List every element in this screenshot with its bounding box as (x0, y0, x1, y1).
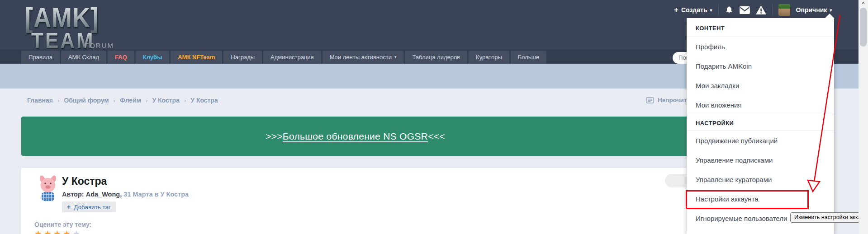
username-label: Опричник (796, 6, 827, 14)
breadcrumb-home[interactable]: Главная (27, 97, 53, 104)
create-button[interactable]: + Создать ▾ (674, 5, 712, 14)
star-icon: ★ (72, 229, 82, 234)
menu-item-manage-curators[interactable]: Управление кураторами (687, 170, 834, 189)
banner-link[interactable]: Большое обновление NS OGSR (283, 131, 428, 142)
header-actions: + Создать ▾ Опричник ▾ (674, 4, 832, 16)
breadcrumb-u-kostra[interactable]: У Костра (152, 97, 180, 104)
chevron-down-icon: ▾ (710, 8, 712, 13)
add-tag-button[interactable]: + Добавить тэг (62, 201, 116, 212)
nav-tab-curators[interactable]: Кураторы (469, 51, 509, 64)
logo-line-forum: FORUM (85, 42, 114, 49)
user-menu-button[interactable]: Опричник ▾ (796, 6, 832, 14)
divider (772, 4, 773, 16)
chevron-right-icon: › (114, 97, 115, 104)
topic-title: У Костра (62, 175, 107, 187)
star-icon: ★★★★ (34, 229, 72, 234)
user-avatar[interactable] (778, 4, 790, 16)
breadcrumb: Главная › Общий форум › Флейм › У Костра… (27, 97, 218, 104)
warning-triangle-icon (756, 5, 766, 14)
scrollbar[interactable]: ^ (859, 0, 868, 234)
nav-tab-amk-nfteam[interactable]: АМК NFTeam (171, 51, 222, 64)
plus-icon: + (674, 5, 678, 14)
announcement-banner: >>>Большое обновление NS OGSR<<< (21, 117, 689, 156)
menu-item-my-bookmarks[interactable]: Мои закладки (687, 76, 834, 95)
messages-button[interactable] (740, 6, 750, 14)
chevron-right-icon: › (57, 97, 59, 104)
nav-tab-faq[interactable]: FAQ (108, 51, 134, 64)
topic-author-avatar[interactable] (34, 174, 62, 202)
breadcrumb-flame[interactable]: Флейм (120, 97, 141, 104)
menu-item-promote-posts[interactable]: Продвижение публикаций (687, 131, 834, 150)
nav-tab-clubs[interactable]: Клубы (136, 51, 169, 64)
chevron-down-icon: ▾ (394, 51, 397, 64)
envelope-icon (740, 6, 750, 14)
author-link[interactable]: Ada_Wong, (86, 191, 122, 198)
scroll-up-icon[interactable]: ^ (859, 0, 868, 8)
notifications-button[interactable] (725, 5, 734, 15)
forum-page: [AMK] TEAM FORUM + Создать ▾ Оприч (0, 0, 868, 234)
nav-tab-administration[interactable]: Администрация (263, 51, 321, 64)
topic-header-card: У Костра Автор: Ada_Wong, 31 Марта в У К… (21, 168, 689, 234)
nav-tab-amk-sklad[interactable]: АМК Склад (61, 51, 106, 64)
nav-tab-more[interactable]: Больше (511, 51, 547, 64)
unread-content-icon (646, 97, 654, 103)
rate-topic-label: Оцените эту тему: (34, 221, 91, 228)
menu-section-settings: НАСТРОЙКИ (687, 115, 834, 131)
site-logo[interactable]: [AMK] TEAM FORUM (25, 2, 115, 55)
author-label: Автор: (62, 191, 84, 198)
topic-byline: Автор: Ada_Wong, 31 Марта в У Костра (62, 191, 189, 198)
nav-tab-activity-feeds[interactable]: Мои ленты активности▾ (323, 51, 404, 64)
menu-item-manage-subscriptions[interactable]: Управление подписками (687, 150, 834, 170)
nav-tab-awards[interactable]: Награды (223, 51, 262, 64)
main-nav: Правила АМК Склад FAQ Клубы АМК NFTeam Н… (21, 51, 546, 64)
plus-icon: + (67, 203, 71, 211)
topic-rating-stars[interactable]: ★★★★★ (34, 229, 82, 234)
menu-item-gift-amkoin[interactable]: Подарить AMKoin (687, 56, 834, 76)
nav-tab-rules[interactable]: Правила (21, 51, 60, 64)
tooltip: Изменить настройки аккаунта (790, 212, 868, 223)
breadcrumb-general-forum[interactable]: Общий форум (64, 97, 109, 104)
menu-section-content: КОНТЕНТ (687, 18, 834, 37)
banner-prefix: >>> (266, 131, 283, 142)
topic-date-link[interactable]: 31 Марта в У Костра (123, 191, 189, 198)
menu-item-my-attachments[interactable]: Мои вложения (687, 95, 834, 115)
menu-item-profile[interactable]: Профиль (687, 37, 834, 56)
banner-suffix: <<< (428, 131, 445, 142)
create-label: Создать (681, 6, 707, 14)
breadcrumb-topic[interactable]: У Костра (190, 97, 218, 104)
divider (718, 4, 719, 16)
reports-button[interactable] (756, 5, 766, 14)
annotation-highlight-box (686, 190, 809, 209)
add-tag-label: Добавить тэг (74, 204, 110, 211)
chevron-right-icon: › (146, 97, 147, 104)
nav-tab-leaderboard[interactable]: Таблица лидеров (405, 51, 467, 64)
scrollbar-thumb[interactable] (860, 8, 867, 47)
bell-icon (725, 5, 734, 15)
chevron-down-icon: ▾ (830, 8, 832, 13)
chevron-right-icon: › (184, 97, 186, 104)
